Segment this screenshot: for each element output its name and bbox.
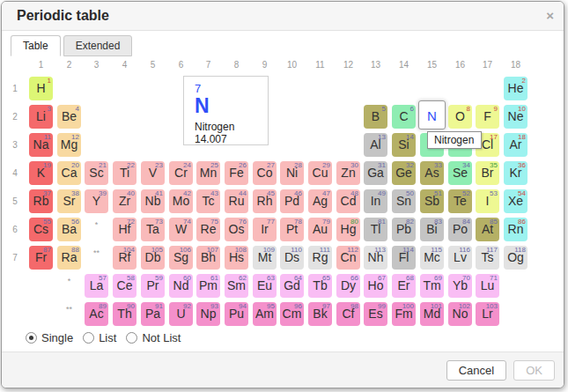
element-cell-te[interactable]: 52Te	[448, 189, 472, 213]
element-cell-sm[interactable]: 62Sm	[225, 274, 248, 298]
element-cell-f[interactable]: 9F	[476, 105, 499, 129]
element-cell-tc[interactable]: 43Tc	[196, 189, 220, 213]
element-cell-pr[interactable]: 59Pr	[141, 274, 165, 298]
element-cell-pb[interactable]: 82Pb	[392, 218, 416, 241]
element-cell-pt[interactable]: 78Pt	[280, 218, 304, 241]
element-cell-la[interactable]: 57La	[85, 274, 108, 298]
element-cell-cd[interactable]: 48Cd	[336, 189, 360, 213]
element-cell-hs[interactable]: 108Hs	[225, 246, 248, 270]
element-cell-lv[interactable]: 116Lv	[448, 246, 472, 270]
radio-list[interactable]: List	[83, 331, 116, 344]
element-cell-zn[interactable]: 30Zn	[336, 161, 360, 185]
element-cell-c[interactable]: 6C	[392, 105, 416, 129]
element-cell-nb[interactable]: 41Nb	[141, 189, 165, 213]
element-cell-ts[interactable]: 117Ts	[476, 246, 499, 270]
element-cell-re[interactable]: 75Re	[196, 218, 220, 241]
element-cell-pm[interactable]: 61Pm	[196, 274, 220, 298]
element-cell-b[interactable]: 5B	[364, 105, 387, 129]
element-cell-sg[interactable]: 106Sg	[169, 246, 193, 270]
element-cell-si[interactable]: 14Si	[392, 133, 416, 157]
element-cell-ag[interactable]: 47Ag	[308, 189, 332, 213]
element-cell-h[interactable]: 1H	[29, 77, 53, 100]
element-cell-ru[interactable]: 44Ru	[225, 189, 248, 213]
element-cell-ni[interactable]: 28Ni	[280, 161, 304, 185]
element-cell-sb[interactable]: 51Sb	[420, 189, 444, 213]
element-cell-in[interactable]: 49In	[364, 189, 387, 213]
element-cell-gd[interactable]: 64Gd	[280, 274, 304, 298]
element-cell-nh[interactable]: 113Nh	[364, 246, 387, 270]
element-cell-yb[interactable]: 70Yb	[448, 274, 472, 298]
element-cell-mn[interactable]: 25Mn	[196, 161, 220, 185]
element-cell-at[interactable]: 85At	[476, 218, 499, 241]
element-cell-br[interactable]: 35Br	[476, 161, 499, 185]
element-cell-k[interactable]: 19K	[29, 161, 53, 185]
element-cell-tm[interactable]: 69Tm	[420, 274, 444, 298]
element-cell-lu[interactable]: 71Lu	[476, 274, 499, 298]
element-cell-zr[interactable]: 40Zr	[113, 189, 136, 213]
element-cell-rg[interactable]: 111Rg	[308, 246, 332, 270]
element-cell-cn[interactable]: 112Cn	[336, 246, 360, 270]
element-cell-md[interactable]: 101Md	[420, 302, 444, 326]
element-cell-o[interactable]: 8O	[448, 105, 472, 129]
radio-not-list[interactable]: Not List	[126, 331, 181, 344]
element-cell-ar[interactable]: 18Ar	[504, 133, 527, 157]
element-cell-xe[interactable]: 54Xe	[504, 189, 527, 213]
element-cell-db[interactable]: 105Db	[141, 246, 165, 270]
element-cell-ta[interactable]: 73Ta	[141, 218, 165, 241]
element-cell-hg[interactable]: 80Hg	[336, 218, 360, 241]
ok-button[interactable]: OK	[513, 360, 555, 381]
element-cell-sr[interactable]: 38Sr	[57, 189, 81, 213]
element-cell-dy[interactable]: 66Dy	[336, 274, 360, 298]
element-cell-ir[interactable]: 77Ir	[253, 218, 277, 241]
element-cell-u[interactable]: 92U	[169, 302, 193, 326]
element-cell-lr[interactable]: 103Lr	[476, 302, 499, 326]
element-cell-fl[interactable]: 114Fl	[392, 246, 416, 270]
element-cell-es[interactable]: 99Es	[364, 302, 387, 326]
element-cell-rf[interactable]: 104Rf	[113, 246, 136, 270]
element-cell-n-hovered[interactable]: N	[418, 100, 446, 129]
element-cell-sn[interactable]: 50Sn	[392, 189, 416, 213]
element-cell-kr[interactable]: 36Kr	[504, 161, 527, 185]
element-cell-pd[interactable]: 46Pd	[280, 189, 304, 213]
element-cell-ba[interactable]: 56Ba	[57, 218, 81, 241]
radio-circle-icon[interactable]	[126, 332, 137, 344]
element-cell-co[interactable]: 27Co	[253, 161, 277, 185]
element-cell-cm[interactable]: 96Cm	[280, 302, 304, 326]
element-cell-rh[interactable]: 45Rh	[253, 189, 277, 213]
radio-circle-icon[interactable]	[83, 332, 94, 344]
element-cell-tb[interactable]: 65Tb	[308, 274, 332, 298]
element-cell-bh[interactable]: 107Bh	[196, 246, 220, 270]
element-cell-au[interactable]: 79Au	[308, 218, 332, 241]
radio-circle-icon[interactable]	[26, 332, 37, 344]
element-cell-ac[interactable]: 89Ac	[85, 302, 108, 326]
element-cell-fr[interactable]: 87Fr	[29, 246, 53, 270]
element-cell-bk[interactable]: 97Bk	[308, 302, 332, 326]
element-cell-er[interactable]: 68Er	[392, 274, 416, 298]
element-cell-ca[interactable]: 20Ca	[57, 161, 81, 185]
element-cell-hf[interactable]: 72Hf	[113, 218, 136, 241]
element-cell-ne[interactable]: 10Ne	[504, 105, 527, 129]
element-cell-pu[interactable]: 94Pu	[225, 302, 248, 326]
element-cell-al[interactable]: 13Al	[364, 133, 387, 157]
element-cell-ds[interactable]: 110Ds	[280, 246, 304, 270]
element-cell-ra[interactable]: 88Ra	[57, 246, 81, 270]
element-cell-cr[interactable]: 24Cr	[169, 161, 193, 185]
element-cell-mo[interactable]: 42Mo	[169, 189, 193, 213]
element-cell-eu[interactable]: 63Eu	[253, 274, 277, 298]
element-cell-cf[interactable]: 98Cf	[336, 302, 360, 326]
element-cell-os[interactable]: 76Os	[225, 218, 248, 241]
element-cell-li[interactable]: 3Li	[29, 105, 53, 129]
element-cell-np[interactable]: 93Np	[196, 302, 220, 326]
element-cell-am[interactable]: 95Am	[253, 302, 277, 326]
element-cell-no[interactable]: 102No	[448, 302, 472, 326]
element-cell-fe[interactable]: 26Fe	[225, 161, 248, 185]
element-cell-he[interactable]: 2He	[504, 77, 527, 100]
element-cell-pa[interactable]: 91Pa	[141, 302, 165, 326]
element-cell-fm[interactable]: 100Fm	[392, 302, 416, 326]
element-cell-bi[interactable]: 83Bi	[420, 218, 444, 241]
element-cell-be[interactable]: 4Be	[57, 105, 81, 129]
element-cell-cs[interactable]: 55Cs	[29, 218, 53, 241]
element-cell-mc[interactable]: 115Mc	[420, 246, 444, 270]
element-cell-i[interactable]: 53I	[476, 189, 499, 213]
element-cell-mg[interactable]: 12Mg	[57, 133, 81, 157]
